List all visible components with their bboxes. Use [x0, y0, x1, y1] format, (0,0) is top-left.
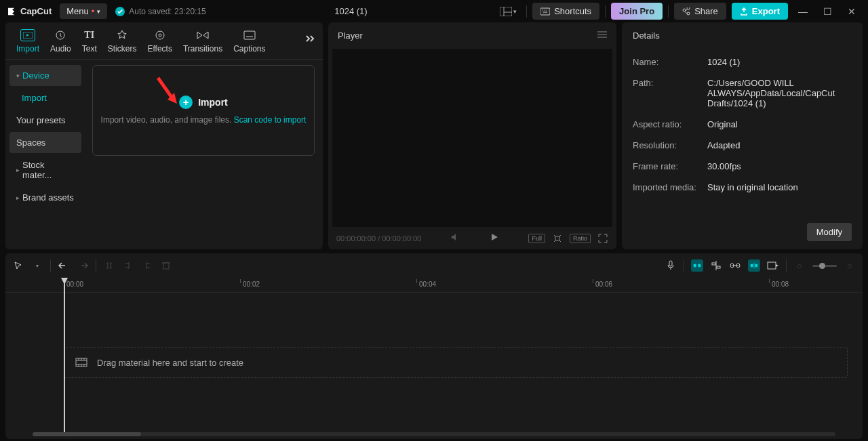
play-button[interactable]	[490, 232, 499, 244]
layout-icon	[500, 7, 512, 16]
detail-value: Original	[707, 119, 852, 129]
export-button[interactable]: Export	[732, 3, 788, 20]
mic-button[interactable]	[665, 259, 677, 272]
ratio-button[interactable]: Ratio	[570, 234, 591, 243]
preview-axis-button[interactable]	[748, 259, 760, 272]
scan-code-link[interactable]: Scan code to import	[234, 115, 307, 125]
undo-icon	[58, 261, 69, 270]
sidebar-item-import[interactable]: Import	[9, 87, 81, 108]
detail-value: C:/Users/GOOD WILL ALWAYS/AppData/Local/…	[707, 78, 852, 108]
audio-icon	[53, 29, 68, 41]
zoom-in-button[interactable]: ○	[844, 259, 856, 272]
link-button[interactable]	[729, 259, 741, 272]
svg-rect-25	[717, 266, 720, 268]
delete-button[interactable]	[160, 259, 172, 272]
mic-icon	[667, 260, 675, 271]
sidebar-item-spaces[interactable]: Spaces	[9, 132, 81, 153]
details-list: Name:1024 (1) Path:C:/Users/GOOD WILL AL…	[622, 49, 863, 217]
import-description: Import video, audio, and image files. Sc…	[101, 114, 307, 126]
share-icon	[682, 7, 690, 16]
preview-icon	[750, 261, 758, 270]
svg-rect-3	[540, 8, 550, 15]
cover-button[interactable]	[767, 259, 779, 272]
share-button[interactable]: Share	[674, 3, 726, 20]
detail-value: Stay in original location	[707, 182, 852, 192]
dropzone-hint: Drag material here and start to create	[97, 358, 243, 368]
timeline[interactable]: 00:00 00:02 00:04 00:06 00:08 Drag mater…	[5, 278, 863, 439]
media-sidebar: ▾Device Import Your presets Spaces ▸Stoc…	[5, 60, 85, 249]
trash-icon	[162, 261, 170, 270]
fullscreen-icon	[598, 234, 608, 243]
details-panel: Details Name:1024 (1) Path:C:/Users/GOOD…	[622, 22, 863, 249]
timeline-dropzone[interactable]: Drag material here and start to create	[64, 347, 848, 378]
effects-icon	[153, 29, 167, 41]
magnet-main-button[interactable]	[691, 259, 703, 272]
cover-icon	[767, 261, 779, 270]
align-icon	[711, 261, 722, 270]
timeline-scrollbar[interactable]	[33, 432, 835, 436]
player-title: Player	[338, 30, 363, 41]
sidebar-item-device[interactable]: ▾Device	[9, 65, 81, 86]
redo-button[interactable]	[77, 259, 89, 272]
tab-import[interactable]: Import	[11, 26, 45, 59]
full-button[interactable]: Full	[528, 234, 545, 243]
pointer-tool[interactable]	[12, 259, 24, 272]
tab-text[interactable]: TI Text	[77, 26, 102, 59]
delete-right-button[interactable]	[141, 259, 153, 272]
join-pro-button[interactable]: Join Pro	[611, 3, 663, 20]
autosave-status: Auto saved: 23:20:15	[115, 7, 205, 16]
transitions-icon	[195, 29, 210, 41]
tab-transitions[interactable]: Transitions	[178, 26, 228, 59]
hamburger-icon	[597, 30, 607, 39]
cursor-icon	[14, 261, 23, 270]
shortcuts-button[interactable]: Shortcuts	[532, 3, 599, 20]
tab-captions[interactable]: Captions	[228, 26, 271, 59]
svg-rect-31	[768, 262, 776, 269]
timeline-ruler[interactable]: 00:00 00:02 00:04 00:06 00:08	[5, 278, 863, 293]
modify-button[interactable]: Modify	[807, 223, 852, 241]
svg-rect-18	[163, 263, 169, 269]
undo-button[interactable]	[58, 259, 70, 272]
tab-effects[interactable]: Effects	[142, 26, 177, 59]
close-button[interactable]: ✕	[842, 2, 861, 21]
split-icon	[104, 261, 114, 270]
import-icon	[20, 29, 35, 41]
volume-icon[interactable]	[451, 233, 460, 243]
delete-left-button[interactable]	[122, 259, 134, 272]
ruler-tick: 00:04	[419, 280, 436, 288]
layout-button[interactable]: ▾	[496, 4, 521, 19]
zoom-slider[interactable]	[812, 265, 837, 267]
svg-rect-22	[698, 264, 701, 268]
pointer-dropdown[interactable]: ▾	[31, 259, 43, 272]
tab-stickers[interactable]: Stickers	[102, 26, 142, 59]
crop-button[interactable]	[552, 233, 563, 244]
ruler-tick: 00:00	[66, 280, 83, 288]
player-panel: Player 00:00:00:00 / 00:00:00:00 Full Ra…	[328, 22, 616, 249]
detail-label: Resolution:	[633, 140, 707, 150]
tab-audio[interactable]: Audio	[45, 26, 77, 59]
sidebar-item-presets[interactable]: Your presets	[9, 110, 81, 131]
detail-label: Aspect ratio:	[633, 119, 707, 129]
magnet-track-button[interactable]	[710, 259, 722, 272]
sidebar-item-stock[interactable]: ▸Stock mater...	[9, 154, 81, 186]
svg-rect-0	[500, 7, 512, 16]
capcut-logo-icon	[7, 6, 18, 17]
split-button[interactable]	[103, 259, 115, 272]
chevron-down-icon: ▾	[513, 8, 517, 15]
fullscreen-button[interactable]	[597, 233, 608, 244]
minimize-button[interactable]: —	[793, 2, 812, 21]
menu-button[interactable]: Menu • ▾	[60, 3, 107, 19]
playhead[interactable]	[64, 279, 65, 435]
svg-rect-12	[244, 31, 255, 39]
player-viewport[interactable]	[332, 49, 612, 227]
import-dropzone[interactable]: + Import Import video, audio, and image …	[92, 65, 315, 156]
more-tabs-button[interactable]	[305, 35, 316, 45]
maximize-button[interactable]: ☐	[818, 2, 837, 21]
detail-label: Frame rate:	[633, 161, 707, 171]
sidebar-item-brand[interactable]: ▸Brand assets	[9, 187, 81, 208]
svg-rect-21	[694, 264, 696, 268]
player-menu-button[interactable]	[597, 30, 607, 41]
app-name: CapCut	[20, 6, 52, 16]
zoom-out-button[interactable]: ○	[793, 259, 806, 272]
ruler-tick: 00:06	[595, 280, 612, 288]
